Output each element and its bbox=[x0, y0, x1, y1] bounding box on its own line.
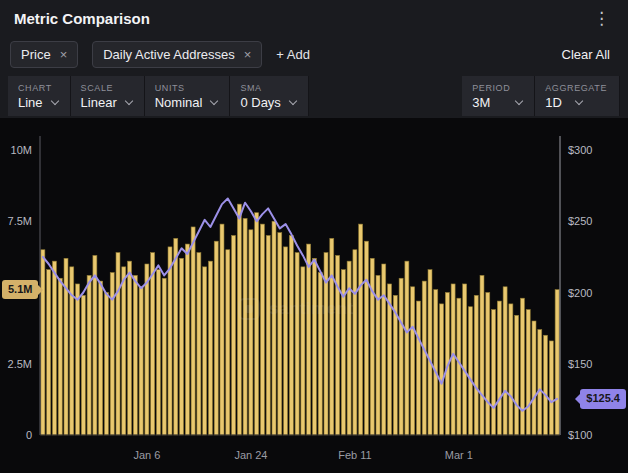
daa-bar bbox=[434, 290, 438, 435]
y-axis-tick-right: $200 bbox=[568, 287, 592, 299]
sma-dropdown[interactable]: SMA 0 Days bbox=[230, 76, 308, 116]
daa-bar bbox=[503, 287, 507, 435]
toolbar-spacer bbox=[309, 76, 462, 116]
daa-bar bbox=[544, 335, 548, 435]
daa-bar bbox=[289, 236, 293, 436]
metric-chip-daily-active-addresses[interactable]: Daily Active Addresses × bbox=[92, 41, 262, 68]
daa-bar bbox=[87, 275, 91, 435]
daa-bar bbox=[272, 221, 276, 435]
daa-bar bbox=[76, 284, 80, 435]
y-axis-tick-left: 0 bbox=[26, 429, 32, 441]
daa-bar bbox=[220, 224, 224, 435]
aggregate-dropdown[interactable]: AGGREGATE 1D bbox=[535, 76, 620, 116]
daa-bar bbox=[301, 267, 305, 435]
dropdown-value: Line bbox=[18, 95, 43, 110]
units-dropdown[interactable]: UNITS Nominal bbox=[145, 76, 231, 116]
daa-bar bbox=[422, 281, 426, 435]
daa-bar bbox=[474, 295, 478, 435]
metric-chip-label: Price bbox=[21, 47, 51, 62]
daa-bar bbox=[278, 233, 282, 435]
daa-bar bbox=[47, 270, 51, 435]
chevron-down-icon bbox=[210, 97, 218, 105]
daa-bar bbox=[463, 284, 467, 435]
daa-bar bbox=[232, 236, 236, 436]
dropdown-label: AGGREGATE bbox=[545, 83, 607, 93]
scale-dropdown[interactable]: SCALE Linear bbox=[71, 76, 145, 116]
metric-chips-row: Price × Daily Active Addresses × + Add C… bbox=[0, 34, 628, 74]
dropdown-value: 3M bbox=[472, 95, 490, 110]
dropdown-value: 0 Days bbox=[240, 95, 280, 110]
dropdown-label: SMA bbox=[240, 83, 295, 93]
y-axis-tick-right: $300 bbox=[568, 144, 592, 156]
metric-comparison-panel: Metric Comparison ⋮ Price × Daily Active… bbox=[0, 0, 628, 473]
daa-bar bbox=[312, 258, 316, 435]
y-axis-tick-left: 7.5M bbox=[8, 215, 32, 227]
daa-bar bbox=[295, 253, 299, 435]
daa-bar bbox=[440, 304, 444, 435]
kebab-menu-icon[interactable]: ⋮ bbox=[589, 10, 614, 27]
chart-settings-toolbar: CHART Line SCALE Linear UNITS Nominal SM… bbox=[0, 74, 628, 118]
daa-bar bbox=[532, 321, 536, 435]
page-title: Metric Comparison bbox=[14, 10, 150, 27]
daa-bar bbox=[237, 204, 241, 435]
daa-bar bbox=[58, 278, 62, 435]
daa-bar bbox=[526, 310, 530, 435]
metric-chip-label: Daily Active Addresses bbox=[103, 47, 235, 62]
daa-bar bbox=[330, 238, 334, 435]
left-axis-badge: 5.1M bbox=[2, 280, 38, 300]
daa-bar bbox=[492, 310, 496, 435]
chevron-down-icon bbox=[575, 97, 583, 105]
daa-bar bbox=[226, 250, 230, 435]
right-axis-badge: $125.4 bbox=[580, 389, 626, 409]
daa-bar bbox=[151, 253, 155, 435]
dropdown-label: CHART bbox=[18, 83, 58, 93]
daa-bar bbox=[139, 287, 143, 435]
daa-bar bbox=[255, 213, 259, 435]
chevron-down-icon bbox=[50, 97, 58, 105]
daa-bar bbox=[162, 278, 166, 435]
daa-bar bbox=[538, 330, 542, 435]
daa-bar bbox=[480, 275, 484, 435]
add-metric-button[interactable]: + Add bbox=[276, 47, 310, 62]
daa-bar bbox=[208, 261, 212, 435]
chevron-down-icon bbox=[515, 97, 523, 105]
clear-all-button[interactable]: Clear All bbox=[562, 47, 618, 62]
daa-bar bbox=[468, 307, 472, 435]
daa-bar bbox=[486, 293, 490, 436]
comparison-chart[interactable]: 10M7.5M2.5M0$300$250$200$150$100Jan 6Jan… bbox=[0, 118, 628, 473]
chevron-down-icon bbox=[124, 97, 132, 105]
daa-bar bbox=[497, 301, 501, 435]
close-icon[interactable]: × bbox=[244, 48, 252, 61]
daa-bar bbox=[399, 278, 403, 435]
chart-area: 10M7.5M2.5M0$300$250$200$150$100Jan 6Jan… bbox=[0, 118, 628, 473]
daa-bar bbox=[520, 298, 524, 435]
close-icon[interactable]: × bbox=[60, 48, 68, 61]
x-axis-tick: Mar 1 bbox=[445, 449, 473, 461]
dropdown-label: PERIOD bbox=[472, 83, 522, 93]
daa-bar bbox=[128, 261, 132, 435]
y-axis-tick-left: 2.5M bbox=[8, 358, 32, 370]
period-dropdown[interactable]: PERIOD 3M bbox=[462, 76, 535, 116]
dropdown-value: Linear bbox=[81, 95, 117, 110]
chart-type-dropdown[interactable]: CHART Line bbox=[8, 76, 71, 116]
y-axis-tick-right: $250 bbox=[568, 215, 592, 227]
daa-bar bbox=[364, 241, 368, 435]
x-axis-tick: Feb 11 bbox=[338, 449, 371, 461]
metric-chip-price[interactable]: Price × bbox=[10, 41, 78, 68]
daa-bar bbox=[370, 258, 374, 435]
daa-bar bbox=[133, 275, 137, 435]
daa-bar bbox=[249, 230, 253, 435]
daa-bar bbox=[52, 261, 56, 435]
daa-bar bbox=[555, 290, 559, 435]
daa-bar bbox=[214, 241, 218, 435]
daa-bar bbox=[191, 227, 195, 435]
daa-bar bbox=[122, 267, 126, 435]
daa-bar bbox=[145, 264, 149, 435]
daa-bar bbox=[411, 287, 415, 435]
daa-bar bbox=[549, 341, 553, 435]
chevron-down-icon bbox=[289, 97, 297, 105]
daa-bar bbox=[64, 258, 68, 435]
daa-bar bbox=[451, 284, 455, 435]
y-axis-tick-right: $100 bbox=[568, 429, 592, 441]
daa-bar bbox=[104, 293, 108, 436]
